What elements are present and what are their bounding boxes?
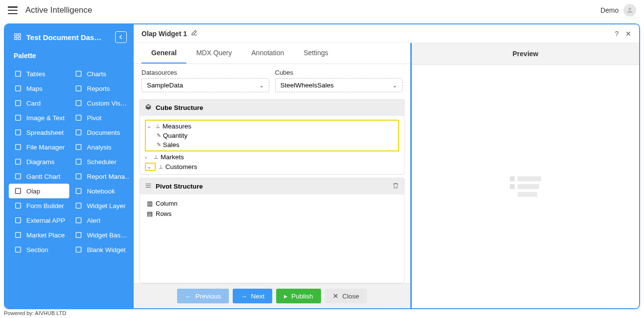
palette-item-label: Documents bbox=[87, 129, 120, 136]
widget-type-icon bbox=[14, 172, 22, 180]
tree-node-markets[interactable]: › ⊥ Markets bbox=[145, 152, 399, 162]
close-button[interactable]: ✕ Close bbox=[325, 289, 367, 303]
datasources-value: SampleData bbox=[147, 82, 183, 89]
close-icon[interactable]: ✕ bbox=[625, 30, 631, 38]
widget-type-icon bbox=[14, 187, 22, 195]
palette-item-spreadsheet[interactable]: Spreadsheet bbox=[9, 125, 69, 140]
palette-item-olap[interactable]: Olap bbox=[9, 184, 69, 198]
palette-item-widget-bas[interactable]: Widget Bas… bbox=[69, 228, 130, 242]
user-name: Demo bbox=[601, 6, 619, 14]
edit-title-icon[interactable] bbox=[191, 29, 198, 38]
arrow-right-icon: → bbox=[241, 293, 247, 300]
column-icon: ▥ bbox=[147, 200, 153, 207]
palette-item-charts[interactable]: Charts bbox=[69, 66, 130, 81]
close-x-icon: ✕ bbox=[333, 292, 339, 300]
palette-item-label: Maps bbox=[26, 85, 42, 92]
svg-rect-27 bbox=[16, 233, 21, 238]
palette-item-notebook[interactable]: Notebook bbox=[69, 184, 130, 198]
palette-item-form-builder[interactable]: Form Builder bbox=[9, 198, 69, 213]
palette-item-analysis[interactable]: Analysis bbox=[69, 140, 130, 154]
chevron-down-icon: ⌄ bbox=[392, 82, 397, 89]
palette-item-label: Blank Widget bbox=[87, 246, 126, 254]
widget-type-icon bbox=[14, 158, 22, 166]
avatar[interactable] bbox=[624, 4, 636, 17]
palette-item-widget-layer[interactable]: Widget Layer bbox=[69, 198, 130, 213]
palette-item-reports[interactable]: Reports bbox=[69, 81, 130, 96]
help-icon[interactable]: ? bbox=[615, 30, 619, 38]
app-title: Active Intelligence bbox=[25, 5, 92, 15]
palette-item-diagrams[interactable]: Diagrams bbox=[9, 154, 69, 169]
widget-type-icon bbox=[14, 85, 22, 92]
palette-item-pivot[interactable]: Pivot bbox=[69, 110, 130, 125]
tree-node-measure-sales[interactable]: ✎ Sales bbox=[157, 140, 397, 149]
svg-rect-8 bbox=[76, 86, 81, 91]
tree-node-measure-quantity[interactable]: ✎ Quantity bbox=[157, 131, 397, 140]
publish-button[interactable]: ▸ Publish bbox=[276, 289, 321, 303]
cubes-select[interactable]: SteelWheelsSales ⌄ bbox=[275, 78, 403, 92]
tab-annotation[interactable]: Annotation bbox=[242, 43, 294, 64]
palette-item-alert[interactable]: Alert bbox=[69, 213, 130, 228]
palette-item-market-place[interactable]: Market Place bbox=[9, 228, 69, 242]
measures-label: Measures bbox=[162, 123, 191, 130]
widget-type-icon bbox=[14, 70, 22, 78]
svg-rect-22 bbox=[76, 189, 81, 194]
svg-rect-5 bbox=[16, 71, 21, 77]
tree-node-measures[interactable]: ⌄ ⊥ Measures bbox=[147, 122, 397, 131]
tree-node-customers-all[interactable]: (All) bbox=[155, 172, 399, 174]
play-icon: ▸ bbox=[284, 292, 287, 300]
svg-rect-1 bbox=[15, 34, 17, 36]
tree-node-customers[interactable]: ⌄ ⊥ Customers bbox=[145, 162, 399, 172]
palette-item-label: Market Place bbox=[26, 232, 65, 239]
tab-general[interactable]: General bbox=[141, 43, 186, 64]
palette-item-image-text[interactable]: Image & Text bbox=[9, 110, 69, 125]
svg-rect-14 bbox=[76, 130, 81, 135]
palette-item-documents[interactable]: Documents bbox=[69, 125, 130, 140]
cubes-label: Cubes bbox=[275, 69, 403, 76]
hierarchy-icon: ⊥ bbox=[154, 154, 159, 160]
svg-rect-28 bbox=[76, 233, 81, 238]
cubes-value: SteelWheelsSales bbox=[281, 82, 334, 89]
preview-label: Preview bbox=[412, 43, 639, 65]
palette-item-custom-vis[interactable]: Custom Vis… bbox=[69, 96, 130, 110]
datasources-label: Datasources bbox=[141, 69, 269, 76]
palette-item-scheduler[interactable]: Scheduler bbox=[69, 154, 130, 169]
svg-rect-4 bbox=[18, 37, 20, 40]
widget-type-icon bbox=[74, 128, 83, 136]
widget-type-icon bbox=[74, 143, 83, 151]
palette-item-label: Section bbox=[26, 246, 48, 254]
palette-item-section[interactable]: Section bbox=[9, 242, 69, 257]
datasources-select[interactable]: SampleData ⌄ bbox=[141, 78, 269, 92]
chevron-right-icon: › bbox=[145, 154, 152, 160]
palette-item-maps[interactable]: Maps bbox=[9, 81, 69, 96]
tab-settings[interactable]: Settings bbox=[294, 43, 338, 64]
palette-item-card[interactable]: Card bbox=[9, 96, 69, 110]
widget-type-icon bbox=[74, 202, 83, 210]
palette-item-external-app[interactable]: External APP bbox=[9, 213, 69, 228]
palette-item-report-mana[interactable]: Report Mana… bbox=[69, 169, 130, 184]
pivot-rows[interactable]: ▤ Rows bbox=[145, 209, 399, 219]
palette-item-blank-widget[interactable]: Blank Widget bbox=[69, 242, 130, 257]
back-button[interactable] bbox=[115, 31, 127, 43]
svg-rect-29 bbox=[16, 247, 21, 253]
arrow-left-icon: ← bbox=[185, 293, 192, 300]
cube-structure-label: Cube Structure bbox=[156, 104, 203, 111]
widget-type-icon bbox=[74, 99, 83, 107]
palette-item-file-manager[interactable]: File Manager bbox=[9, 140, 69, 154]
widget-type-icon bbox=[14, 202, 22, 210]
palette-item-label: Report Mana… bbox=[87, 173, 130, 180]
menu-icon[interactable] bbox=[8, 6, 18, 14]
pivot-column[interactable]: ▥ Column bbox=[145, 198, 399, 209]
palette-item-gantt-chart[interactable]: Gantt Chart bbox=[9, 169, 69, 184]
dashboard-icon bbox=[14, 33, 21, 42]
widget-type-icon bbox=[74, 158, 83, 166]
svg-rect-2 bbox=[18, 34, 20, 36]
tab-mdx-query[interactable]: MDX Query bbox=[186, 43, 242, 64]
previous-button[interactable]: ← Previous bbox=[177, 289, 229, 303]
svg-rect-15 bbox=[16, 145, 21, 150]
palette-item-tables[interactable]: Tables bbox=[9, 66, 69, 81]
trash-icon[interactable] bbox=[392, 182, 399, 191]
sidebar: Test Document Dash… Palette TablesCharts… bbox=[5, 24, 134, 308]
footer-text: Powered by: AIVHUB LTD bbox=[4, 310, 66, 316]
svg-rect-11 bbox=[16, 115, 21, 121]
next-button[interactable]: → Next bbox=[233, 289, 272, 303]
